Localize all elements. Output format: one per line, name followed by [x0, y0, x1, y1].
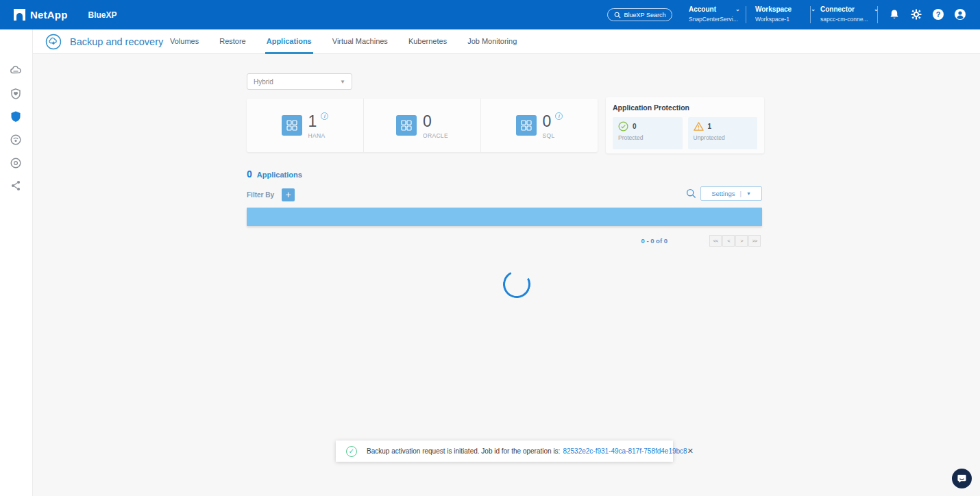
app-grid-icon — [396, 115, 417, 136]
application-stats-card: 1 i HANA 0 ORACLE — [247, 99, 598, 152]
share-nodes-icon[interactable] — [10, 179, 22, 192]
netapp-logo[interactable]: NetApp — [14, 9, 68, 21]
pagination-range: 0 - 0 of 0 — [641, 237, 667, 245]
mobility-icon[interactable] — [10, 134, 22, 146]
top-bar: NetApp BlueXP BlueXP Search Account⌄ Sna… — [0, 0, 980, 29]
table-settings-button[interactable]: Settings | ▼ — [700, 186, 762, 201]
table-search-icon[interactable] — [686, 188, 696, 199]
chevron-down-icon: ▼ — [340, 79, 345, 85]
chat-bubble-icon — [957, 473, 967, 484]
page-title: Backup and recovery — [70, 36, 163, 47]
protection-card-title: Application Protection — [613, 103, 757, 112]
topbar-divider — [746, 6, 746, 23]
loading-spinner — [500, 267, 534, 301]
settings-divider: | — [739, 190, 741, 197]
connector-menu-value: sapcc-cm-conne... — [820, 16, 879, 23]
pagination-prev-button[interactable]: < — [722, 235, 735, 247]
topbar-divider — [810, 6, 811, 23]
tab-job-monitoring[interactable]: Job Monitoring — [466, 29, 518, 54]
applications-count-label: Applications — [257, 171, 302, 179]
oracle-count: 0 — [423, 112, 432, 131]
search-button-label: BlueXP Search — [624, 12, 666, 18]
info-icon[interactable]: i — [321, 112, 328, 120]
pagination: 0 - 0 of 0 << < > >> — [247, 235, 762, 247]
storage-cloud-icon[interactable] — [10, 64, 22, 77]
search-icon — [614, 12, 621, 18]
workspace-menu[interactable]: Workspace⌄ Workspace-1 — [755, 5, 816, 23]
app-grid-icon — [516, 115, 537, 136]
sql-count: 0 — [543, 112, 552, 131]
backup-recovery-service-icon — [45, 34, 62, 50]
filter-row: Filter By + — [247, 188, 295, 201]
applications-count-number: 0 — [247, 169, 252, 179]
pagination-first-button[interactable]: << — [709, 235, 722, 247]
brand-name: NetApp — [30, 9, 68, 21]
unprotected-label: Unprotected — [694, 134, 752, 141]
protected-label: Protected — [618, 134, 677, 141]
sql-label: SQL — [543, 132, 555, 139]
stat-oracle: 0 ORACLE — [363, 99, 480, 152]
main-content: Hybrid ▼ 1 i HANA — [33, 54, 980, 496]
pagination-last-button[interactable]: >> — [748, 235, 761, 247]
bluexp-search-button[interactable]: BlueXP Search — [607, 8, 672, 21]
unprotected-count: 1 — [708, 123, 712, 130]
workspace-menu-value: Workspace-1 — [755, 16, 816, 23]
topbar-divider — [877, 6, 878, 23]
settings-gear-icon[interactable] — [910, 8, 922, 21]
tab-applications[interactable]: Applications — [265, 29, 313, 54]
chevron-down-icon: ⌄ — [811, 6, 816, 12]
hana-label: HANA — [308, 132, 326, 139]
table-header-bar — [247, 208, 762, 226]
protected-tile: 0 Protected — [613, 117, 683, 149]
stat-hana: 1 i HANA — [247, 99, 363, 152]
oracle-label: ORACLE — [423, 132, 448, 139]
add-filter-button[interactable]: + — [282, 188, 295, 201]
tab-virtual-machines[interactable]: Virtual Machines — [331, 29, 389, 54]
left-nav-sidebar — [0, 29, 33, 496]
application-protection-card: Application Protection 0 Protected 1 Unp… — [606, 97, 764, 153]
health-shield-icon[interactable] — [10, 88, 22, 100]
environment-select-value: Hybrid — [254, 78, 273, 86]
protection-shield-icon-active[interactable] — [10, 110, 22, 123]
help-icon[interactable]: ? — [932, 8, 944, 21]
connector-menu[interactable]: Connector⌄ sapcc-cm-conne... — [820, 5, 879, 23]
pagination-next-button[interactable]: > — [735, 235, 748, 247]
account-menu[interactable]: Account⌄ SnapCenterServi... — [689, 5, 740, 23]
filter-by-label: Filter By — [247, 191, 274, 199]
hana-count: 1 — [308, 112, 317, 131]
app-grid-icon — [282, 115, 302, 136]
svg-text:?: ? — [936, 10, 941, 18]
user-account-icon[interactable] — [954, 8, 966, 21]
check-circle-icon — [618, 121, 628, 132]
job-id-link[interactable]: 82532e2c-f931-49ca-817f-758fd4e19bc8 — [563, 447, 687, 455]
notifications-icon[interactable] — [888, 8, 901, 21]
info-icon[interactable]: i — [555, 112, 563, 120]
tab-kubernetes[interactable]: Kubernetes — [407, 29, 448, 54]
product-name: BlueXP — [88, 10, 117, 20]
environment-select[interactable]: Hybrid ▼ — [247, 73, 352, 90]
service-tabs: Volumes Restore Applications Virtual Mac… — [169, 29, 518, 54]
tab-volumes[interactable]: Volumes — [169, 29, 200, 54]
extensions-icon[interactable] — [10, 157, 22, 169]
chevron-down-icon: ▼ — [746, 191, 751, 196]
chat-launcher-button[interactable] — [952, 469, 972, 488]
settings-button-label: Settings — [711, 190, 735, 197]
success-check-icon: ✓ — [346, 446, 357, 457]
toast-close-icon[interactable]: ✕ — [687, 447, 694, 456]
applications-count: 0 Applications — [247, 169, 302, 179]
toast-notification: ✓ Backup activation request is initiated… — [336, 441, 673, 462]
tab-restore[interactable]: Restore — [218, 29, 247, 54]
bluexp-app: NetApp BlueXP BlueXP Search Account⌄ Sna… — [0, 0, 980, 496]
stat-sql: 0 i SQL — [480, 99, 598, 152]
chevron-down-icon: ⌄ — [735, 6, 740, 12]
account-menu-value: SnapCenterServi... — [689, 16, 740, 23]
account-menu-label: Account — [689, 5, 716, 13]
protected-count: 0 — [633, 123, 637, 130]
workspace-menu-label: Workspace — [755, 5, 792, 13]
toast-message: Backup activation request is initiated. … — [367, 447, 560, 455]
unprotected-tile: 1 Unprotected — [688, 117, 758, 149]
warning-triangle-icon — [694, 121, 704, 132]
connector-menu-label: Connector — [820, 5, 855, 13]
service-header: Backup and recovery Volumes Restore Appl… — [33, 29, 980, 54]
netapp-logo-icon — [14, 9, 25, 21]
